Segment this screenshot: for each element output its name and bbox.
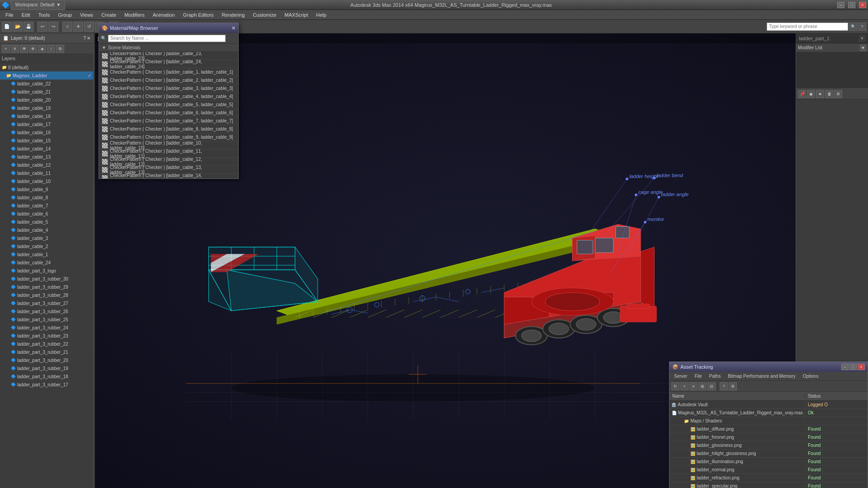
- layer-item[interactable]: 🔷ladder_cable_15: [0, 136, 93, 145]
- material-item[interactable]: CheckerPattern ( Checker ) [ladder_cable…: [99, 84, 238, 93]
- material-search-input[interactable]: [108, 35, 226, 42]
- layer-item[interactable]: 🔷ladder_part_3_rubber_20: [0, 356, 93, 364]
- layer-item[interactable]: 🔷ladder_cable_12: [0, 161, 93, 169]
- open-button[interactable]: 📂: [13, 22, 23, 32]
- layer-item[interactable]: 🔷ladder_part_3_rubber_27: [0, 299, 93, 307]
- layer-item[interactable]: 🔷ladder_cable_14: [0, 145, 93, 153]
- menu-item-help[interactable]: Help: [312, 11, 330, 19]
- layer-item[interactable]: 🔷ladder_part_3_rubber_25: [0, 315, 93, 324]
- layer-panel-help[interactable]: ?: [83, 36, 86, 41]
- menu-item-file[interactable]: File: [2, 11, 17, 19]
- asset-tracking-row[interactable]: 🖼️ ladder_diffuse.png Found: [670, 425, 868, 433]
- layer-item[interactable]: 🔷ladder_cable_6: [0, 210, 93, 218]
- at-menu-bitmap[interactable]: Bitmap Performance and Memory: [725, 373, 798, 380]
- layer-item[interactable]: 🔷ladder_part_3_rubber_28: [0, 291, 93, 299]
- layer-item[interactable]: 🔷ladder_part_3_rubber_22: [0, 340, 93, 348]
- rotate-button[interactable]: ↺: [84, 22, 94, 32]
- remove-modifier-button[interactable]: 🗑: [825, 90, 833, 98]
- new-button[interactable]: 📄: [2, 22, 12, 32]
- asset-tracking-row[interactable]: 🖼️ ladder_specular.png Found: [670, 482, 868, 488]
- menu-item-create[interactable]: Create: [98, 11, 120, 19]
- select-button[interactable]: ⊹: [62, 22, 72, 32]
- material-item[interactable]: CheckerPattern ( Checker ) [ladder_cable…: [99, 93, 238, 101]
- material-item[interactable]: CheckerPattern ( Checker ) [ladder_cable…: [99, 125, 238, 133]
- layer-panel-close[interactable]: ✕: [87, 36, 90, 41]
- help-button[interactable]: ?: [858, 23, 866, 31]
- menu-item-modifiers[interactable]: Modifiers: [121, 11, 148, 19]
- menu-item-animation[interactable]: Animation: [149, 11, 179, 19]
- at-tree-view-button[interactable]: ⊞: [698, 382, 707, 390]
- layer-item[interactable]: 🔷ladder_cable_7: [0, 202, 93, 210]
- menu-item-group[interactable]: Group: [54, 11, 75, 19]
- asset-tracking-row[interactable]: 🖼️ ladder_refraction.png Found: [670, 474, 868, 482]
- layer-freeze-button[interactable]: ❄: [29, 45, 37, 53]
- material-item[interactable]: CheckerPattern ( Checker ) [ladder_cable…: [99, 117, 238, 125]
- move-button[interactable]: ✛: [73, 22, 83, 32]
- at-menu-server[interactable]: Server: [671, 373, 690, 380]
- at-help-button[interactable]: ?: [720, 382, 728, 390]
- asset-tracking-row[interactable]: 📄 Magirus_M32L_AS_Turntable_Ladder_Rigge…: [670, 409, 868, 417]
- undo-button[interactable]: ↩: [38, 22, 47, 32]
- layer-item[interactable]: 🔷ladder_cable_21: [0, 88, 93, 96]
- layer-item[interactable]: 🔷ladder_part_3_logo: [0, 267, 93, 275]
- material-item[interactable]: CheckerPattern ( Checker ) [ladder_cable…: [99, 68, 238, 76]
- layer-item[interactable]: 🔷ladder_cable_3: [0, 234, 93, 242]
- material-item[interactable]: CheckerPattern ( Checker ) [ladder_cable…: [99, 101, 238, 109]
- material-item[interactable]: CheckerPattern ( Checker ) [ladder_cable…: [99, 76, 238, 84]
- menu-item-tools[interactable]: Tools: [35, 11, 54, 19]
- at-settings-button[interactable]: ⚙: [729, 382, 737, 390]
- layer-hide-button[interactable]: 👁: [20, 45, 28, 53]
- material-item[interactable]: CheckerPattern ( Checker ) [ladder_cable…: [99, 60, 238, 68]
- menu-item-rendering[interactable]: Rendering: [218, 11, 249, 19]
- menu-item-views[interactable]: Views: [76, 11, 97, 19]
- layer-item[interactable]: 🔷ladder_cable_2: [0, 242, 93, 250]
- asset-tracking-row[interactable]: 🖼️ ladder_illumination.png Found: [670, 458, 868, 466]
- at-close-button[interactable]: ✕: [858, 364, 865, 370]
- make-unique-button[interactable]: ★: [816, 90, 824, 98]
- layer-item[interactable]: 🔷ladder_part_3_rubber_30: [0, 275, 93, 283]
- maximize-button[interactable]: □: [848, 2, 855, 8]
- layer-item[interactable]: 🔷ladder_cable_8: [0, 193, 93, 202]
- layer-item[interactable]: 🔷ladder_part_3_rubber_24: [0, 324, 93, 332]
- layer-item[interactable]: 🔷ladder_cable_19: [0, 104, 93, 112]
- at-minimize-button[interactable]: ─: [841, 364, 849, 370]
- asset-tracking-row[interactable]: 🖼️ ladder_glossiness.png Found: [670, 441, 868, 450]
- at-menu-paths[interactable]: Paths: [707, 373, 724, 380]
- minimize-button[interactable]: ─: [837, 2, 844, 8]
- layer-item[interactable]: 🔷ladder_cable_9: [0, 185, 93, 193]
- layer-select-button[interactable]: ◈: [38, 45, 46, 53]
- redo-button[interactable]: ↪: [48, 22, 58, 32]
- layer-item[interactable]: 🔷ladder_cable_16: [0, 128, 93, 136]
- at-list-view-button[interactable]: ≡: [689, 382, 698, 390]
- layer-add-button[interactable]: +: [2, 45, 10, 53]
- layer-item[interactable]: 🔷ladder_cable_13: [0, 153, 93, 161]
- layer-item[interactable]: 🔷ladder_part_3_rubber_23: [0, 332, 93, 340]
- menu-item-graph editors[interactable]: Graph Editors: [179, 11, 217, 19]
- layer-item[interactable]: 🔷ladder_cable_18: [0, 112, 93, 120]
- layer-item[interactable]: 🔷ladder_cable_1: [0, 250, 93, 258]
- layer-item[interactable]: 🔷ladder_cable_20: [0, 96, 93, 104]
- layer-item[interactable]: 🔷ladder_cable_10: [0, 177, 93, 185]
- show-end-result-button[interactable]: ◉: [807, 90, 815, 98]
- menu-item-edit[interactable]: Edit: [18, 11, 34, 19]
- modifier-list-dropdown[interactable]: ▼: [860, 45, 866, 51]
- menu-item-customize[interactable]: Customize: [249, 11, 280, 19]
- layer-options-button[interactable]: ⚙: [56, 45, 64, 53]
- close-button[interactable]: ✕: [859, 2, 866, 8]
- layer-item[interactable]: 🔷ladder_cable_11: [0, 169, 93, 177]
- asset-tracking-row[interactable]: 🏛️ Autodesk Vault Logged O: [670, 401, 868, 409]
- at-menu-file[interactable]: File: [692, 373, 704, 380]
- layer-item[interactable]: 🔷ladder_cable_22: [0, 80, 93, 88]
- search-icon[interactable]: 🔍: [849, 23, 857, 31]
- configure-modifier-button[interactable]: ⚙: [834, 90, 842, 98]
- layer-item[interactable]: 🔷ladder_part_3_rubber_21: [0, 348, 93, 356]
- layer-item[interactable]: 🔷ladder_part_3_rubber_18: [0, 372, 93, 380]
- at-maximize-button[interactable]: □: [849, 364, 857, 370]
- asset-tracking-row[interactable]: 🖼️ ladder_fresnel.png Found: [670, 433, 868, 441]
- at-add-button[interactable]: +: [680, 382, 689, 390]
- at-options-button[interactable]: ⊟: [708, 382, 716, 390]
- at-menu-options[interactable]: Options: [800, 373, 821, 380]
- pin-stack-button[interactable]: 📌: [798, 90, 806, 98]
- layer-list[interactable]: 📁0 (default)📂Magnus_Ladder✓🔷ladder_cable…: [0, 63, 93, 488]
- layer-item[interactable]: 🔷ladder_part_3_rubber_29: [0, 283, 93, 291]
